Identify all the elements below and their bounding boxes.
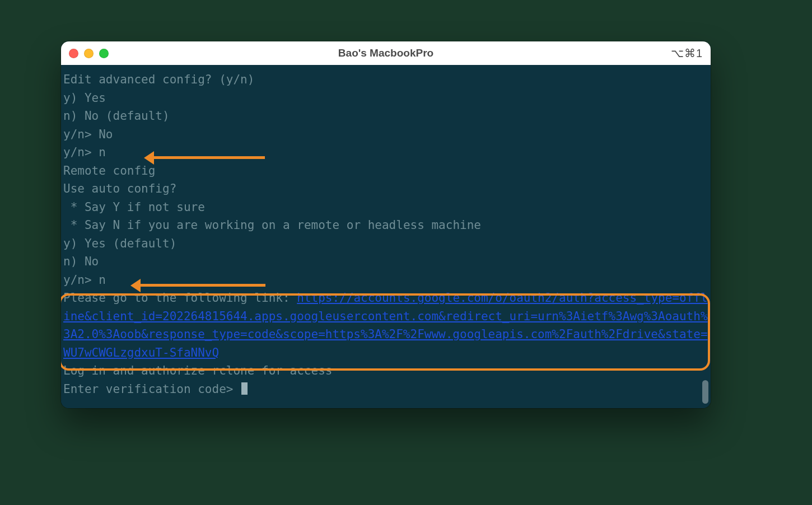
- terminal-line: n) No (default): [63, 107, 708, 125]
- terminal-window: Bao's MacbookPro ⌥⌘1 Edit advanced confi…: [61, 41, 711, 408]
- terminal-line: n) No: [63, 252, 708, 271]
- prompt-label: Enter verification code>: [63, 382, 240, 396]
- window-shortcut-hint: ⌥⌘1: [671, 46, 703, 60]
- terminal-line: Log in and authorize rclone for access: [63, 362, 708, 380]
- close-icon[interactable]: [69, 49, 78, 58]
- scrollbar-thumb[interactable]: [702, 380, 708, 404]
- prompt-line: Enter verification code>: [63, 380, 708, 399]
- terminal-line: y/n> No: [63, 125, 708, 144]
- terminal-line: y) Yes (default): [63, 235, 708, 253]
- annotation-arrow-icon: [147, 156, 265, 159]
- titlebar: Bao's MacbookPro ⌥⌘1: [61, 41, 711, 66]
- terminal-line: y) Yes: [63, 89, 708, 107]
- terminal-line: * Say Y if not sure: [63, 198, 708, 217]
- terminal-line: * Say N if you are working on a remote o…: [63, 216, 708, 235]
- window-controls: [69, 49, 109, 58]
- cursor-icon: [241, 382, 248, 395]
- window-title: Bao's MacbookPro: [61, 47, 711, 59]
- link-prefix: Please go to the following link:: [63, 291, 297, 305]
- terminal-line: Remote config: [63, 162, 708, 180]
- annotation-arrow-icon: [134, 284, 265, 287]
- oauth-link-line: Please go to the following link: https:/…: [63, 289, 708, 362]
- zoom-icon[interactable]: [99, 49, 109, 58]
- terminal-body[interactable]: Edit advanced config? (y/n) y) Yes n) No…: [61, 65, 711, 408]
- minimize-icon[interactable]: [84, 49, 94, 58]
- terminal-line: Edit advanced config? (y/n): [63, 71, 708, 89]
- terminal-line: Use auto config?: [63, 180, 708, 198]
